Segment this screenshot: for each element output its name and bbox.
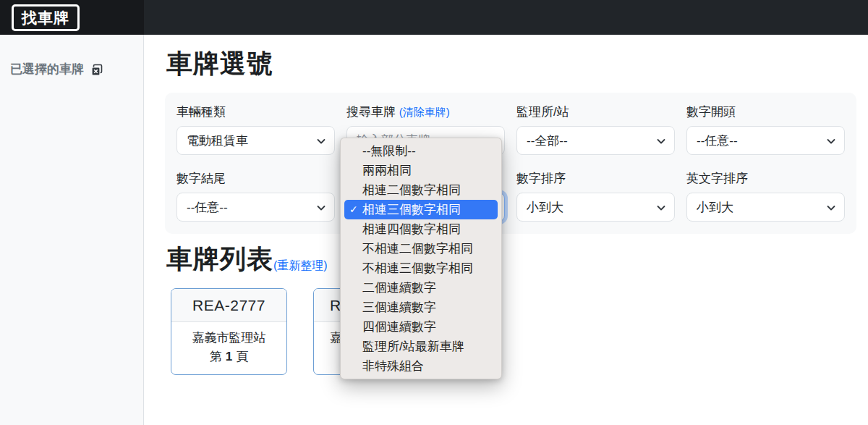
number-sort-value: 小到大 — [527, 199, 563, 216]
search-plate-label: 搜尋車牌 (清除車牌) — [346, 104, 505, 119]
clear-selected-icon[interactable] — [90, 64, 103, 77]
number-end-select[interactable]: --任意-- — [176, 193, 335, 222]
main-content: 車牌選號 車輛種類 電動租賃車 搜尋車牌 (清除車牌) 監理所/站 --全部-- — [145, 35, 868, 425]
letter-sort-value: 小到大 — [697, 199, 733, 216]
field-station: 監理所/站 --全部-- — [516, 104, 675, 155]
dropdown-option[interactable]: 監理所/站最新車牌 — [344, 337, 498, 356]
number-sort-select[interactable]: 小到大 — [516, 193, 675, 222]
plate-page-prefix: 第 — [210, 348, 222, 366]
dropdown-option[interactable]: 相連二個數字相同 — [344, 180, 498, 200]
dropdown-option[interactable]: 三個連續數字 — [344, 298, 498, 317]
plate-page: 第 1 頁 — [210, 348, 248, 366]
clear-plate-link[interactable]: (清除車牌) — [399, 106, 450, 118]
field-number-start: 數字開頭 --任意-- — [686, 104, 845, 155]
plate-station: 嘉義市監理站 — [171, 329, 286, 348]
dropdown-option-selected[interactable]: ✓ 相連三個數字相同 — [344, 200, 498, 219]
station-select[interactable]: --全部-- — [516, 126, 675, 155]
field-number-end: 數字結尾 --任意-- — [176, 170, 335, 222]
field-vehicle-type: 車輛種類 電動租賃車 — [176, 104, 335, 155]
dropdown-option[interactable]: 不相連二個數字相同 — [344, 239, 498, 258]
sidebar-title: 已選擇的車牌 — [10, 61, 84, 77]
dropdown-option[interactable]: 不相連三個數字相同 — [344, 258, 498, 278]
dropdown-option[interactable]: 二個連續數字 — [344, 278, 498, 298]
dropdown-option[interactable]: 相連四個數字相同 — [344, 219, 498, 239]
dropdown-option[interactable]: 兩兩相同 — [344, 161, 498, 180]
letter-sort-label: 英文字排序 — [686, 170, 845, 186]
chevron-down-icon — [826, 203, 836, 213]
selected-plates-sidebar: 已選擇的車牌 — [0, 35, 144, 425]
vehicle-type-select[interactable]: 電動租賃車 — [176, 126, 335, 155]
vehicle-type-label: 車輛種類 — [176, 104, 335, 119]
plate-list-header: 車牌列表 (重新整理) — [166, 242, 328, 277]
field-number-sort: 數字排序 小到大 — [516, 170, 675, 222]
number-end-label: 數字結尾 — [176, 170, 335, 186]
plate-page-number: 1 — [226, 348, 232, 366]
sidebar-title-row: 已選擇的車牌 — [0, 35, 143, 77]
field-letter-sort: 英文字排序 小到大 — [686, 170, 845, 222]
chevron-down-icon — [316, 136, 326, 146]
plate-page-suffix: 頁 — [236, 348, 248, 366]
letter-sort-select[interactable]: 小到大 — [686, 193, 845, 222]
app-logo-label: 找車牌 — [22, 8, 69, 28]
special-combo-dropdown-menu: --無限制-- 兩兩相同 相連二個數字相同 ✓ 相連三個數字相同 相連四個數字相… — [340, 138, 502, 379]
plate-number: REA-2777 — [171, 289, 286, 322]
chevron-down-icon — [316, 203, 326, 213]
chevron-down-icon — [656, 203, 666, 213]
filter-panel: 車輛種類 電動租賃車 搜尋車牌 (清除車牌) 監理所/站 --全部-- — [165, 93, 856, 234]
number-sort-label: 數字排序 — [516, 170, 675, 186]
checkmark-icon: ✓ — [349, 200, 358, 219]
dropdown-option[interactable]: 非特殊組合 — [344, 356, 498, 376]
plate-list-title: 車牌列表 — [166, 242, 273, 277]
number-start-value: --任意-- — [697, 132, 738, 149]
station-label: 監理所/站 — [516, 104, 675, 119]
plate-card[interactable]: REA-2777 嘉義市監理站 第 1 頁 — [171, 288, 287, 375]
chevron-down-icon — [826, 136, 836, 146]
dropdown-option[interactable]: --無限制-- — [344, 141, 498, 161]
number-start-select[interactable]: --任意-- — [686, 126, 845, 155]
refresh-list-link[interactable]: (重新整理) — [273, 258, 328, 274]
app-logo[interactable]: 找車牌 — [12, 4, 80, 31]
top-navbar: 找車牌 — [0, 0, 868, 35]
page-title: 車牌選號 — [166, 46, 868, 82]
number-start-label: 數字開頭 — [686, 104, 845, 119]
plate-card-body: 嘉義市監理站 第 1 頁 — [171, 322, 286, 366]
dropdown-option-label: 相連三個數字相同 — [362, 203, 461, 216]
vehicle-type-value: 電動租賃車 — [187, 132, 248, 149]
station-value: --全部-- — [527, 132, 568, 149]
dropdown-option[interactable]: 四個連續數字 — [344, 317, 498, 337]
number-end-value: --任意-- — [187, 199, 228, 216]
chevron-down-icon — [656, 136, 666, 146]
search-plate-label-text: 搜尋車牌 — [346, 105, 396, 119]
